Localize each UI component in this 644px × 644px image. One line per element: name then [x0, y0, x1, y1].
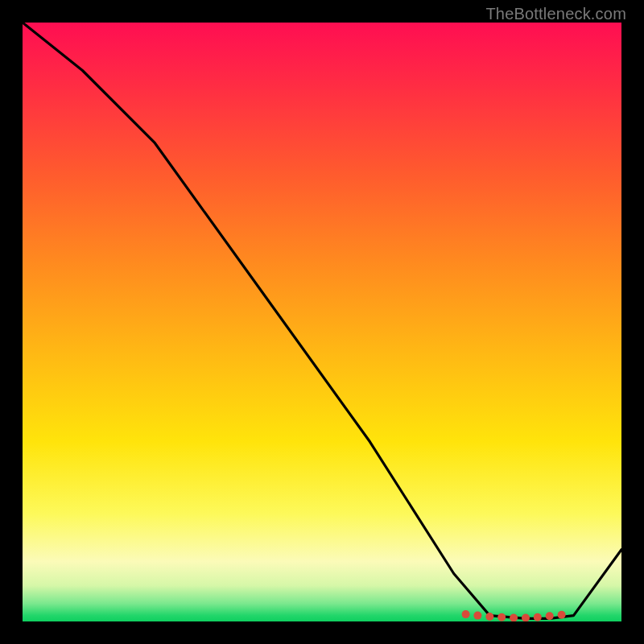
marker-dot — [534, 613, 542, 621]
marker-dot — [497, 613, 506, 621]
marker-dot — [462, 610, 470, 618]
marker-dot — [522, 614, 530, 622]
plot-area — [23, 23, 621, 621]
marker-dot — [510, 614, 518, 622]
marker-dot — [473, 612, 481, 620]
chart-frame: TheBottleneck.com — [0, 0, 644, 644]
watermark-text: TheBottleneck.com — [485, 5, 626, 23]
flat-cluster-markers — [23, 23, 621, 621]
marker-dot — [485, 613, 493, 621]
marker-dot — [546, 612, 554, 620]
marker-dot — [558, 611, 566, 619]
